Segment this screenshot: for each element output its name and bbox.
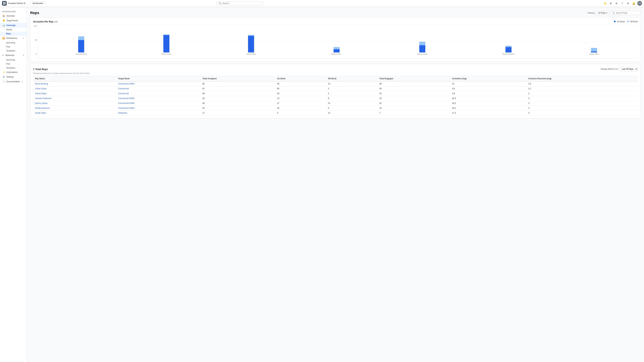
global-search[interactable]: 🔍 [216, 1, 263, 5]
table-cell: 18.3 [450, 101, 526, 106]
app-logo[interactable] [2, 1, 7, 6]
metrics-label: Display Metrics For: [601, 68, 618, 70]
sidebar-sub-dist-past[interactable]: Past [0, 45, 27, 49]
table-cell: 17.3 [450, 111, 526, 115]
home-icon: 🏠 [2, 14, 5, 17]
table-cell: 46 [275, 81, 326, 86]
chart-y-axis: 100 50 0 [33, 25, 38, 58]
rep-name-cell[interactable]: Randy Revenue [33, 106, 116, 111]
on-book-bar [591, 51, 597, 52]
sidebar-sub-dist-templates[interactable]: Templates [0, 49, 27, 53]
svg-rect-3 [4, 3, 6, 4]
external-link-icon: ↗ [22, 81, 23, 83]
table-cell: 62 [275, 91, 326, 96]
bookbuilder-tab[interactable]: Bookbuilder [30, 1, 46, 5]
sidebar-item-settings[interactable]: ⚙ Settings [0, 75, 27, 79]
retrieve-icon: ↩ [2, 54, 4, 56]
table-cell[interactable]: Commercial SDRs [116, 96, 200, 101]
table-cell: 4 [326, 91, 377, 96]
on-book-bar [78, 40, 84, 52]
table-col-header: Target Book [116, 76, 200, 81]
table-cell: 12 [275, 96, 326, 101]
sidebar-item-coverage[interactable]: 📊 Coverage [0, 23, 27, 28]
table-header-row: Rep NameTarget BookTotal AssignedOn Book… [33, 76, 638, 81]
retrievals-plus-icon[interactable]: + [23, 54, 24, 57]
bell-icon[interactable]: 🔔 [632, 1, 636, 5]
question-icon[interactable]: ? [620, 1, 624, 5]
search-reps-field[interactable] [616, 12, 639, 14]
sidebar-sub-ret-past[interactable]: Past [0, 62, 27, 66]
viewing-label: Viewing: [587, 12, 595, 14]
book-icon: 📒 [2, 19, 5, 22]
sidebar-sub-market[interactable]: Market [0, 28, 27, 32]
sidebar-item-automations-label: Automations [6, 71, 18, 73]
rep-name-cell[interactable]: Octavia Outbound [33, 96, 116, 101]
chevron-down-icon: ▾ [606, 12, 607, 14]
rep-name-cell[interactable]: Chloe Closer [33, 86, 116, 91]
off-book-dot [627, 21, 629, 22]
table-cell: 3.8 [450, 86, 526, 91]
off-book-bar [419, 42, 425, 45]
viewing-dropdown[interactable]: All Reps ▾ [596, 11, 609, 15]
grid-icon[interactable]: ⊞ [609, 1, 613, 5]
table-cell: 3.8 [450, 91, 526, 96]
sidebar-sub-ret-templates[interactable]: Templates [0, 66, 27, 70]
sidebar-item-target-books[interactable]: 📒 Target Books [0, 18, 27, 23]
table-cell[interactable]: Commercial SDRs [116, 101, 200, 106]
bar-label: Butch Booking [76, 53, 87, 55]
sidebar-item-documentation[interactable]: 📄 Documentation ↗ [0, 79, 27, 84]
rep-name-cell[interactable]: Daniel Dialer [33, 91, 116, 96]
metrics-dropdown[interactable]: Last 30 Days [620, 67, 638, 71]
sidebar-item-overview[interactable]: 🏠 Overview [0, 13, 27, 18]
table-cell[interactable]: Commercial SDRs [116, 106, 200, 111]
table-cell[interactable]: Commercial [116, 91, 200, 96]
bar-group: Quincy Quota [417, 42, 427, 55]
global-search-input[interactable] [222, 2, 261, 4]
sidebar-item-distributions[interactable]: 🔀 Distributions + [0, 36, 27, 41]
off-book-bar [591, 48, 597, 51]
accent-bar [0, 7, 644, 8]
bar-group: Sarah Sales [590, 48, 598, 55]
table-row: Butch BookingCommercial SDRs60461449142.… [33, 81, 638, 86]
rep-name-cell[interactable]: Quincy Quota [33, 101, 116, 106]
sidebar-sub-dist-upcoming[interactable]: Upcoming [0, 41, 27, 45]
sidebar-sub-ret-upcoming[interactable]: Upcoming [0, 58, 27, 62]
table-cell: 3 [526, 101, 638, 106]
chart-header: Accounts Per Rep (All) On Book Off Book [33, 20, 638, 23]
sidebar-item-automations[interactable]: ⚡ Automations [0, 70, 27, 75]
table-cell: 49 [377, 81, 450, 86]
sidebar-sub-reps[interactable]: Reps [0, 32, 27, 36]
gear-icon[interactable]: ⚙ [626, 1, 630, 5]
search-icon: 🔍 [218, 2, 221, 4]
bar-group: Chloe Closer [162, 34, 171, 55]
table-card: 7 Total Reps Display Metrics For: Last 3… [30, 64, 641, 118]
table-cell: 4 [275, 111, 326, 115]
svg-rect-1 [4, 2, 6, 3]
rep-name-cell[interactable]: Butch Booking [33, 81, 116, 86]
table-cell: 3 [526, 96, 638, 101]
table-row: Sarah SalesEnterprise17413717.33 [33, 111, 638, 115]
star-icon[interactable]: ⭐ [603, 1, 607, 5]
docs-icon: 📄 [2, 80, 5, 83]
bar-label: Quincy Quota [417, 53, 427, 55]
legend-on-book: On Book [614, 20, 625, 23]
avatar[interactable]: GW [637, 1, 642, 6]
table-cell[interactable]: Commercial SDRs [116, 81, 200, 86]
sidebar-section-label: BOOKBUILDER [0, 10, 27, 13]
viewing-controls: Viewing: All Reps ▾ 🔍 [587, 11, 641, 15]
automations-icon: ⚡ [2, 71, 5, 73]
table-cell: 14 [326, 81, 377, 86]
on-book-bar [506, 47, 512, 52]
distributions-plus-icon[interactable]: + [23, 37, 24, 40]
page-title: Reps [30, 11, 39, 15]
plus-icon[interactable]: ⊕ [614, 1, 618, 5]
rep-name-cell[interactable]: Sarah Sales [33, 111, 116, 115]
settings-icon: ⚙ [2, 76, 5, 78]
sidebar-item-distributions-label: Distributions [6, 37, 17, 39]
sidebar-item-retrievals[interactable]: ↩ Retrievals + [0, 53, 27, 58]
off-book-bar [506, 46, 512, 47]
table-cell: 10 [377, 96, 450, 101]
table-cell[interactable]: Enterprise [116, 111, 200, 115]
search-reps-input[interactable]: 🔍 [610, 11, 641, 15]
table-cell[interactable]: Commercial [116, 86, 200, 91]
